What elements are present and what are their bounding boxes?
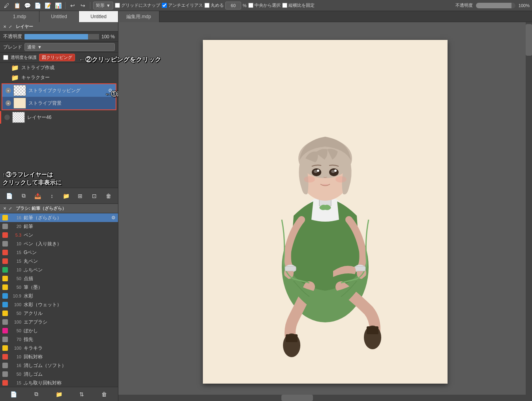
panel-expand-icon[interactable]: ⤢ xyxy=(9,24,12,29)
icon-6[interactable]: 📊 xyxy=(54,1,62,10)
brush-name-5: 丸ペン xyxy=(24,258,116,265)
layer-opacity-slider[interactable] xyxy=(24,34,99,40)
brush-size-15: 100 xyxy=(10,346,21,350)
brush-item-14[interactable]: 70指先 xyxy=(0,335,118,344)
brush-size-4: 15 xyxy=(10,250,21,255)
top-toolbar: 🖊 📋 💬 📄 📝 📊 ↩ ↪ 矩形 ▼ グリッドにスナップ アンチエイリアス … xyxy=(0,0,532,11)
panel-close-icon[interactable]: ✕ xyxy=(3,24,6,29)
brush-name-11: アクリル xyxy=(24,310,116,317)
preserve-opacity-checkbox[interactable] xyxy=(3,55,8,60)
layer-visibility-bg[interactable]: ● xyxy=(6,100,11,106)
brush-item-4[interactable]: 15Gペン xyxy=(0,248,118,257)
layer-item-bg[interactable]: ● ストライプ背景 xyxy=(2,97,116,109)
layer-visibility-46[interactable]: ● xyxy=(4,115,10,120)
icon-1[interactable]: 🖊 xyxy=(2,1,11,10)
brush-item-17[interactable]: 16消しゴム（ソフト） xyxy=(0,361,118,370)
layer-group-stripe[interactable]: 📁 ストライプ作成 xyxy=(0,63,118,73)
brush-color-5 xyxy=(2,258,8,264)
snap-checkbox[interactable]: グリッドにスナップ xyxy=(115,2,160,8)
canvas-scrollbar-h[interactable] xyxy=(118,395,526,401)
copy-brush-icon[interactable]: ⧉ xyxy=(31,389,41,399)
sort-brush-icon[interactable]: ⇅ xyxy=(77,389,87,399)
icon-2[interactable]: 📋 xyxy=(13,1,21,10)
antialias-checkbox[interactable]: アンチエイリアス xyxy=(162,2,203,8)
brush-item-7[interactable]: 50点描 xyxy=(0,274,118,283)
brush-item-12[interactable]: 100エアブラシ xyxy=(0,318,118,326)
icon-3[interactable]: 💬 xyxy=(23,1,32,10)
tab-henshu[interactable]: 編集用.mdp xyxy=(118,11,159,22)
shape-dropdown[interactable]: 矩形 ▼ xyxy=(93,2,113,9)
center-checkbox[interactable]: 中央から選択 xyxy=(248,2,281,8)
brush-color-1 xyxy=(2,224,8,229)
layer-gear-clipping[interactable]: ⚙ xyxy=(108,88,112,93)
round-checkbox[interactable]: 丸める xyxy=(204,2,224,8)
canvas-area[interactable] xyxy=(118,22,532,401)
brush-bottom-bar: 📄 ⧉ 📁 ⇅ 🗑 xyxy=(0,387,118,401)
layer-item-46[interactable]: ● レイヤー46 xyxy=(0,111,118,124)
brush-item-9[interactable]: 10.9水彩 xyxy=(0,292,118,300)
brush-size-1: 20 xyxy=(10,224,21,229)
brush-item-10[interactable]: 100水彩（ウェット） xyxy=(0,300,118,309)
clip-row: 透明度を保護 図クリッピング xyxy=(0,53,118,63)
delete-layer-icon[interactable]: 🗑 xyxy=(103,191,114,201)
tab-untitled-2[interactable]: Untitled xyxy=(79,11,118,22)
illustration xyxy=(215,50,436,374)
copy-layer-icon[interactable]: ⧉ xyxy=(19,191,29,201)
merge-layer-icon[interactable]: ⊡ xyxy=(89,191,99,201)
aspect-checkbox[interactable]: 縦横比を固定 xyxy=(282,2,315,8)
brush-panel-expand[interactable]: ⤢ xyxy=(9,206,12,211)
brush-size-13: 50 xyxy=(10,328,21,333)
layer-visibility-clipping[interactable]: ● xyxy=(6,88,11,93)
canvas-scrollbar-v[interactable] xyxy=(526,22,532,395)
brush-list: 16鉛筆（ざらざら）⚙20鉛筆5.3ペン10ペン（入り抜き）15Gペン15丸ペン… xyxy=(0,213,118,387)
brush-size-3: 10 xyxy=(10,241,21,246)
brush-item-8[interactable]: 50筆（墨） xyxy=(0,283,118,292)
export-layer-icon[interactable]: 📤 xyxy=(33,191,43,201)
redo-icon[interactable]: ↪ xyxy=(79,1,87,10)
brush-item-18[interactable]: 50消しゴム xyxy=(0,370,118,378)
clipping-button[interactable]: 図クリッピング xyxy=(39,54,75,61)
canvas-content xyxy=(203,40,448,384)
brush-gear-0[interactable]: ⚙ xyxy=(111,215,116,220)
brush-item-2[interactable]: 5.3ペン xyxy=(0,231,118,239)
icon-4[interactable]: 📄 xyxy=(33,1,42,10)
folder-icon-stripe: 📁 xyxy=(11,64,19,72)
layer-group-character[interactable]: 📁 キャラクター xyxy=(0,73,118,83)
undo-icon[interactable]: ↩ xyxy=(68,1,77,10)
brush-size-8: 50 xyxy=(10,285,21,290)
brush-panel-close[interactable]: ✕ xyxy=(3,206,6,211)
layer-panel-titlebar: ✕ ⤢ レイヤー xyxy=(0,22,118,32)
brush-item-19[interactable]: 15ふち取り回転対称 xyxy=(0,378,118,387)
blend-row: ブレンド 通常 ▼ xyxy=(0,42,118,53)
delete-brush-icon[interactable]: 🗑 xyxy=(99,389,109,399)
brush-size-6: 10 xyxy=(10,267,21,272)
brush-item-0[interactable]: 16鉛筆（ざらざら）⚙ xyxy=(0,213,118,222)
tab-spacer xyxy=(159,11,532,22)
folder-layer-icon[interactable]: 📁 xyxy=(61,191,71,201)
brush-item-1[interactable]: 20鉛筆 xyxy=(0,222,118,231)
icon-5[interactable]: 📝 xyxy=(43,1,52,10)
svg-point-10 xyxy=(317,169,319,172)
combine-layer-icon[interactable]: ⊞ xyxy=(75,191,85,201)
layer-group-stripe-name: ストライプ作成 xyxy=(21,64,54,71)
layer-item-clipping[interactable]: ● ストライプクリッピング ⚙ xyxy=(2,84,116,97)
opacity-slider[interactable] xyxy=(476,3,515,8)
round-value[interactable]: 60 xyxy=(225,2,241,9)
brush-item-6[interactable]: 10ふちペン xyxy=(0,265,118,274)
tab-untitled-1[interactable]: Untitled xyxy=(39,11,79,22)
folder-brush-icon[interactable]: 📁 xyxy=(54,389,64,399)
new-layer-icon[interactable]: 📄 xyxy=(4,191,15,201)
layer-bottom-bar: 📄 ⧉ 📤 ↕ 📁 ⊞ ⊡ 🗑 xyxy=(0,188,118,203)
brush-item-11[interactable]: 50アクリル xyxy=(0,309,118,318)
layer-panel-title: レイヤー xyxy=(16,24,33,30)
brush-name-3: ペン（入り抜き） xyxy=(24,241,116,247)
new-brush-icon[interactable]: 📄 xyxy=(9,389,19,399)
blend-dropdown[interactable]: 通常 ▼ xyxy=(24,43,115,51)
brush-item-13[interactable]: 50ぼかし xyxy=(0,326,118,335)
brush-item-5[interactable]: 15丸ペン xyxy=(0,257,118,265)
brush-item-3[interactable]: 10ペン（入り抜き） xyxy=(0,239,118,248)
move-layer-icon[interactable]: ↕ xyxy=(47,191,57,201)
tab-1mdp[interactable]: 1.mdp xyxy=(0,11,39,22)
brush-item-15[interactable]: 100キラキラ xyxy=(0,344,118,352)
brush-item-16[interactable]: 10回転対称 xyxy=(0,352,118,361)
